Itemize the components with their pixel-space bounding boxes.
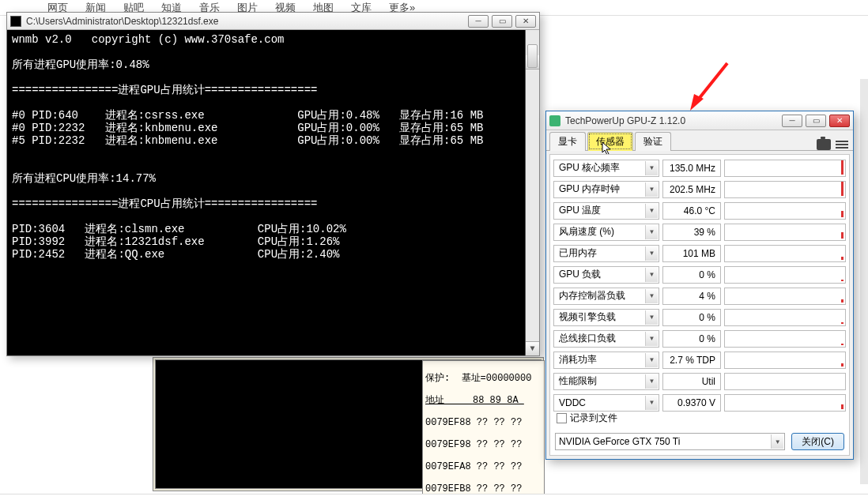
log-checkbox[interactable] <box>557 413 567 423</box>
chevron-down-icon: ▼ <box>645 310 658 325</box>
chevron-down-icon: ▼ <box>645 396 658 410</box>
sensor-graph <box>724 245 846 262</box>
tab-validation[interactable]: 验证 <box>635 132 671 151</box>
gpuz-window: TechPowerUp GPU-Z 1.12.0 ─ ▭ ✕ 显卡 传感器 验证… <box>545 111 854 460</box>
sensor-name-dropdown[interactable]: 已用内存▼ <box>553 245 659 262</box>
sensor-row: GPU 温度▼46.0 °C <box>553 201 846 220</box>
console-title: C:\Users\Administrator\Desktop\12321dsf.… <box>26 16 463 27</box>
sensor-graph <box>724 373 846 390</box>
sensor-name: GPU 温度 <box>559 204 601 217</box>
sensor-value: 101 MB <box>662 245 721 262</box>
sensor-name: GPU 内存时钟 <box>559 182 620 196</box>
sensor-name-dropdown[interactable]: 总线接口负载▼ <box>553 330 659 348</box>
chevron-down-icon: ▼ <box>645 268 658 282</box>
log-label: 记录到文件 <box>570 412 617 425</box>
sensor-value: 39 % <box>662 224 721 241</box>
sensor-name: GPU 核心频率 <box>559 161 620 175</box>
chevron-down-icon: ▼ <box>645 204 658 218</box>
gpu-selected-text: NVIDIA GeForce GTX 750 Ti <box>559 436 680 447</box>
sensor-graph <box>724 202 846 220</box>
sensor-value: 135.0 MHz <box>662 160 721 177</box>
sensor-name-dropdown[interactable]: GPU 内存时钟▼ <box>553 181 659 198</box>
sensor-name: 风扇速度 (%) <box>559 225 614 239</box>
sensor-value: 46.0 °C <box>662 202 721 220</box>
sensor-row: 已用内存▼101 MB <box>553 243 846 263</box>
sensor-graph <box>724 352 846 369</box>
scroll-thumb[interactable] <box>527 44 538 68</box>
minimize-button[interactable]: ─ <box>468 15 489 28</box>
sensor-graph <box>724 160 846 177</box>
mem-header2: 地址 88 89 8A <box>425 395 542 406</box>
chevron-down-icon: ▼ <box>645 225 658 239</box>
gpu-selector[interactable]: NVIDIA GeForce GTX 750 Ti ▼ <box>555 433 785 450</box>
sensor-row: 消耗功率▼2.7 % TDP <box>553 350 846 370</box>
chevron-down-icon: ▼ <box>645 246 658 261</box>
mem-row: 0079EF88 ?? ?? ?? <box>425 417 542 428</box>
sensor-row: GPU 内存时钟▼202.5 MHz <box>553 179 846 199</box>
sensor-name: 内存控制器负载 <box>559 289 625 303</box>
sensor-name-dropdown[interactable]: 视频引擎负载▼ <box>553 309 659 326</box>
sensor-value: 0 % <box>662 330 721 348</box>
sensor-graph <box>724 181 846 198</box>
sensor-value: 0.9370 V <box>662 394 721 412</box>
console-scrollbar[interactable]: ▲ ▼ <box>525 30 539 355</box>
bottom-edge <box>0 494 868 500</box>
annotation-arrow-icon <box>688 59 735 115</box>
tab-sensors[interactable]: 传感器 <box>587 132 633 151</box>
sensor-name: 消耗功率 <box>559 353 597 367</box>
minimize-button[interactable]: ─ <box>782 115 802 127</box>
sensor-value: 0 % <box>662 266 721 284</box>
sensor-name: 视频引擎负载 <box>559 310 616 324</box>
close-button[interactable]: ✕ <box>515 15 536 28</box>
screenshot-icon[interactable] <box>817 139 831 150</box>
sensor-row: 视频引擎负载▼0 % <box>553 307 846 327</box>
sensor-row: GPU 核心频率▼135.0 MHz <box>553 158 846 178</box>
sensor-name: 性能限制 <box>559 374 597 388</box>
debugger-memory-pane: 保护: 基址=00000000 地址 88 89 8A 0079EF88 ?? … <box>422 360 545 496</box>
sensor-name-dropdown[interactable]: 内存控制器负载▼ <box>553 288 659 305</box>
chevron-down-icon: ▼ <box>645 374 658 389</box>
gpuz-title: TechPowerUp GPU-Z 1.12.0 <box>565 115 777 126</box>
maximize-button[interactable]: ▭ <box>806 115 826 127</box>
gpuz-titlebar[interactable]: TechPowerUp GPU-Z 1.12.0 ─ ▭ ✕ <box>546 111 853 130</box>
sensor-name-dropdown[interactable]: 消耗功率▼ <box>553 352 659 369</box>
mem-row: 0079EFA8 ?? ?? ?? <box>425 461 542 472</box>
page-scrollbar[interactable] <box>860 79 868 484</box>
sensor-name-dropdown[interactable]: GPU 温度▼ <box>553 202 659 220</box>
sensor-value: 202.5 MHz <box>662 181 721 198</box>
tab-graphics-card[interactable]: 显卡 <box>549 132 586 151</box>
sensor-graph <box>724 224 846 241</box>
sensor-row: 内存控制器负载▼4 % <box>553 286 846 306</box>
sensor-graph <box>724 394 846 412</box>
mem-header1: 保护: 基址=00000000 <box>425 373 542 384</box>
chevron-down-icon: ▼ <box>645 332 658 346</box>
log-to-file-row: 记录到文件 <box>557 412 617 425</box>
sensor-name-dropdown[interactable]: VDDC▼ <box>553 394 659 412</box>
sensor-name-dropdown[interactable]: GPU 负载▼ <box>553 266 659 284</box>
chevron-down-icon: ▼ <box>645 161 658 175</box>
mem-row: 0079EFB8 ?? ?? ?? <box>425 483 542 494</box>
sensor-name-dropdown[interactable]: 性能限制▼ <box>553 373 659 390</box>
sensor-row: 总线接口负载▼0 % <box>553 329 846 348</box>
console-output: wnmb v2.0 copyright (c) www.370safe.com … <box>7 30 539 355</box>
sensor-name-dropdown[interactable]: GPU 核心频率▼ <box>553 160 659 177</box>
close-dialog-button[interactable]: 关闭(C) <box>791 433 844 450</box>
mem-row: 0079EF98 ?? ?? ?? <box>425 439 542 450</box>
maximize-button[interactable]: ▭ <box>492 15 512 28</box>
menu-icon[interactable] <box>836 141 848 148</box>
close-button[interactable]: ✕ <box>829 115 850 127</box>
svg-marker-1 <box>690 94 704 111</box>
chevron-down-icon: ▼ <box>771 434 783 449</box>
chevron-down-icon: ▼ <box>645 289 658 303</box>
scroll-down-icon[interactable]: ▼ <box>526 341 539 355</box>
sensor-graph <box>724 266 846 284</box>
sensor-row: 性能限制▼Util <box>553 371 846 391</box>
sensor-name: 已用内存 <box>559 246 597 260</box>
sensor-name: 总线接口负载 <box>559 332 616 345</box>
sensor-value: 2.7 % TDP <box>662 352 721 369</box>
sensor-name-dropdown[interactable]: 风扇速度 (%)▼ <box>553 224 659 241</box>
svg-line-0 <box>696 63 727 103</box>
chevron-down-icon: ▼ <box>645 353 658 367</box>
chevron-down-icon: ▼ <box>645 182 658 197</box>
console-titlebar[interactable]: C:\Users\Administrator\Desktop\12321dsf.… <box>7 13 539 30</box>
